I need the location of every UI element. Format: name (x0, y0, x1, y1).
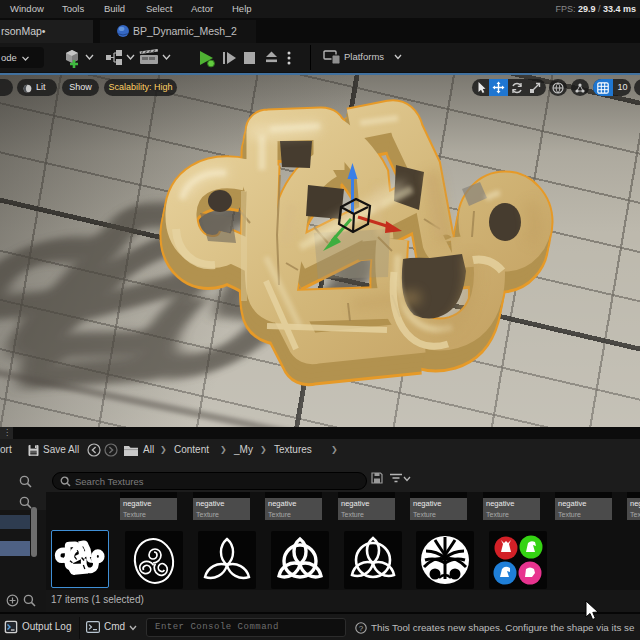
svg-text:?: ? (359, 624, 364, 633)
